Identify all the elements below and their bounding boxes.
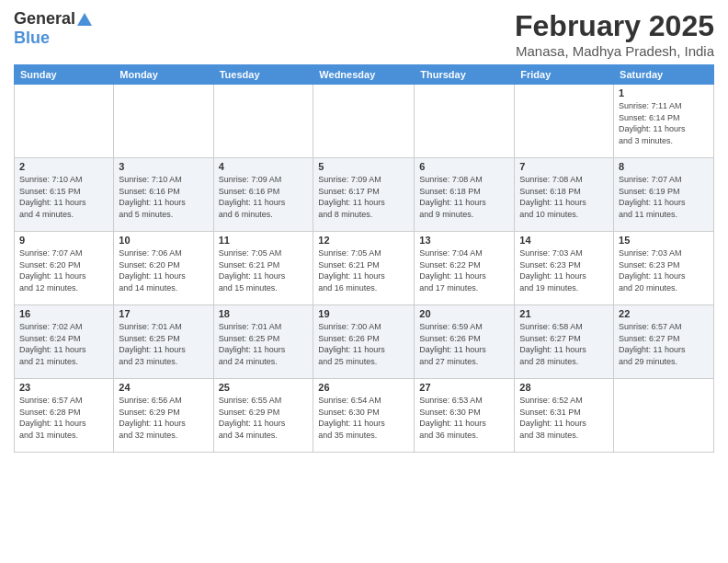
- day-of-week-header: Thursday: [415, 65, 515, 85]
- calendar-day-cell: 10Sunrise: 7:06 AM Sunset: 6:20 PM Dayli…: [114, 232, 213, 305]
- logo-triangle-icon: [77, 13, 92, 26]
- day-info: Sunrise: 7:11 AM Sunset: 6:14 PM Dayligh…: [619, 100, 709, 146]
- calendar-day-cell: 26Sunrise: 6:54 AM Sunset: 6:30 PM Dayli…: [313, 379, 415, 453]
- day-info: Sunrise: 6:57 AM Sunset: 6:27 PM Dayligh…: [619, 321, 709, 367]
- day-of-week-header: Sunday: [15, 65, 114, 85]
- calendar-day-cell: 4Sunrise: 7:09 AM Sunset: 6:16 PM Daylig…: [213, 158, 313, 232]
- day-number: 17: [119, 308, 208, 319]
- calendar-day-cell: 27Sunrise: 6:53 AM Sunset: 6:30 PM Dayli…: [415, 379, 515, 453]
- calendar-day-cell: 18Sunrise: 7:01 AM Sunset: 6:25 PM Dayli…: [213, 305, 313, 379]
- day-info: Sunrise: 7:01 AM Sunset: 6:25 PM Dayligh…: [119, 321, 208, 367]
- day-number: 13: [419, 235, 509, 246]
- day-number: 10: [119, 235, 208, 246]
- day-number: 18: [219, 308, 309, 319]
- day-number: 7: [519, 161, 609, 172]
- day-number: 14: [519, 235, 609, 246]
- day-info: Sunrise: 7:00 AM Sunset: 6:26 PM Dayligh…: [318, 321, 409, 367]
- calendar-day-cell: 7Sunrise: 7:08 AM Sunset: 6:18 PM Daylig…: [515, 158, 614, 232]
- day-info: Sunrise: 7:07 AM Sunset: 6:19 PM Dayligh…: [619, 174, 709, 220]
- calendar-day-cell: 28Sunrise: 6:52 AM Sunset: 6:31 PM Dayli…: [515, 379, 614, 453]
- calendar-day-cell: 24Sunrise: 6:56 AM Sunset: 6:29 PM Dayli…: [114, 379, 213, 453]
- calendar-day-cell: 11Sunrise: 7:05 AM Sunset: 6:21 PM Dayli…: [213, 232, 313, 305]
- calendar-day-cell: 21Sunrise: 6:58 AM Sunset: 6:27 PM Dayli…: [515, 305, 614, 379]
- logo: General Blue: [14, 9, 92, 48]
- day-number: 9: [19, 235, 108, 246]
- day-info: Sunrise: 7:03 AM Sunset: 6:23 PM Dayligh…: [619, 247, 709, 293]
- day-of-week-header: Wednesday: [313, 65, 415, 85]
- month-year: February 2025: [515, 9, 714, 43]
- calendar-week-row: 16Sunrise: 7:02 AM Sunset: 6:24 PM Dayli…: [15, 305, 714, 379]
- calendar-day-cell: [415, 85, 515, 158]
- day-info: Sunrise: 7:01 AM Sunset: 6:25 PM Dayligh…: [219, 321, 309, 367]
- day-number: 24: [119, 382, 208, 393]
- day-info: Sunrise: 6:54 AM Sunset: 6:30 PM Dayligh…: [318, 395, 409, 441]
- day-number: 11: [219, 235, 309, 246]
- day-number: 3: [119, 161, 208, 172]
- day-of-week-header: Friday: [515, 65, 614, 85]
- calendar-day-cell: [614, 379, 714, 453]
- calendar-day-cell: 8Sunrise: 7:07 AM Sunset: 6:19 PM Daylig…: [614, 158, 714, 232]
- calendar-day-cell: 1Sunrise: 7:11 AM Sunset: 6:14 PM Daylig…: [614, 85, 714, 158]
- day-number: 1: [619, 87, 709, 98]
- calendar-day-cell: [313, 85, 415, 158]
- day-number: 23: [19, 382, 108, 393]
- day-info: Sunrise: 6:57 AM Sunset: 6:28 PM Dayligh…: [19, 395, 108, 441]
- location: Manasa, Madhya Pradesh, India: [515, 43, 714, 59]
- calendar-day-cell: [114, 85, 213, 158]
- logo-blue-text: Blue: [14, 29, 50, 48]
- calendar-day-cell: 13Sunrise: 7:04 AM Sunset: 6:22 PM Dayli…: [415, 232, 515, 305]
- day-info: Sunrise: 7:06 AM Sunset: 6:20 PM Dayligh…: [119, 247, 208, 293]
- calendar-day-cell: 3Sunrise: 7:10 AM Sunset: 6:16 PM Daylig…: [114, 158, 213, 232]
- day-number: 21: [519, 308, 609, 319]
- day-info: Sunrise: 7:05 AM Sunset: 6:21 PM Dayligh…: [318, 247, 409, 293]
- day-number: 4: [219, 161, 309, 172]
- calendar-day-cell: 6Sunrise: 7:08 AM Sunset: 6:18 PM Daylig…: [415, 158, 515, 232]
- day-info: Sunrise: 6:56 AM Sunset: 6:29 PM Dayligh…: [119, 395, 208, 441]
- calendar-day-cell: 25Sunrise: 6:55 AM Sunset: 6:29 PM Dayli…: [213, 379, 313, 453]
- day-number: 19: [318, 308, 409, 319]
- calendar-week-row: 23Sunrise: 6:57 AM Sunset: 6:28 PM Dayli…: [15, 379, 714, 453]
- day-number: 25: [219, 382, 309, 393]
- day-info: Sunrise: 7:09 AM Sunset: 6:16 PM Dayligh…: [219, 174, 309, 220]
- header: General Blue February 2025 Manasa, Madhy…: [14, 9, 714, 59]
- calendar-day-cell: 9Sunrise: 7:07 AM Sunset: 6:20 PM Daylig…: [15, 232, 114, 305]
- calendar-day-cell: 23Sunrise: 6:57 AM Sunset: 6:28 PM Dayli…: [15, 379, 114, 453]
- calendar-header-row: SundayMondayTuesdayWednesdayThursdayFrid…: [15, 65, 714, 85]
- calendar-day-cell: 12Sunrise: 7:05 AM Sunset: 6:21 PM Dayli…: [313, 232, 415, 305]
- calendar-week-row: 9Sunrise: 7:07 AM Sunset: 6:20 PM Daylig…: [15, 232, 714, 305]
- day-info: Sunrise: 7:03 AM Sunset: 6:23 PM Dayligh…: [519, 247, 609, 293]
- day-number: 12: [318, 235, 409, 246]
- calendar-day-cell: [15, 85, 114, 158]
- calendar-week-row: 2Sunrise: 7:10 AM Sunset: 6:15 PM Daylig…: [15, 158, 714, 232]
- calendar-day-cell: 2Sunrise: 7:10 AM Sunset: 6:15 PM Daylig…: [15, 158, 114, 232]
- day-info: Sunrise: 6:55 AM Sunset: 6:29 PM Dayligh…: [219, 395, 309, 441]
- calendar-day-cell: 5Sunrise: 7:09 AM Sunset: 6:17 PM Daylig…: [313, 158, 415, 232]
- day-number: 27: [419, 382, 509, 393]
- day-info: Sunrise: 7:05 AM Sunset: 6:21 PM Dayligh…: [219, 247, 309, 293]
- day-info: Sunrise: 7:07 AM Sunset: 6:20 PM Dayligh…: [19, 247, 108, 293]
- title-block: February 2025 Manasa, Madhya Pradesh, In…: [515, 9, 714, 59]
- day-info: Sunrise: 6:59 AM Sunset: 6:26 PM Dayligh…: [419, 321, 509, 367]
- calendar-day-cell: 14Sunrise: 7:03 AM Sunset: 6:23 PM Dayli…: [515, 232, 614, 305]
- day-info: Sunrise: 7:08 AM Sunset: 6:18 PM Dayligh…: [419, 174, 509, 220]
- calendar-day-cell: [515, 85, 614, 158]
- calendar-week-row: 1Sunrise: 7:11 AM Sunset: 6:14 PM Daylig…: [15, 85, 714, 158]
- day-number: 5: [318, 161, 409, 172]
- day-number: 16: [19, 308, 108, 319]
- day-number: 6: [419, 161, 509, 172]
- day-info: Sunrise: 6:53 AM Sunset: 6:30 PM Dayligh…: [419, 395, 509, 441]
- day-number: 8: [619, 161, 709, 172]
- calendar-day-cell: 20Sunrise: 6:59 AM Sunset: 6:26 PM Dayli…: [415, 305, 515, 379]
- day-info: Sunrise: 7:04 AM Sunset: 6:22 PM Dayligh…: [419, 247, 509, 293]
- day-info: Sunrise: 6:58 AM Sunset: 6:27 PM Dayligh…: [519, 321, 609, 367]
- day-info: Sunrise: 7:02 AM Sunset: 6:24 PM Dayligh…: [19, 321, 108, 367]
- day-number: 28: [519, 382, 609, 393]
- day-number: 15: [619, 235, 709, 246]
- day-of-week-header: Tuesday: [213, 65, 313, 85]
- day-info: Sunrise: 7:09 AM Sunset: 6:17 PM Dayligh…: [318, 174, 409, 220]
- day-info: Sunrise: 7:08 AM Sunset: 6:18 PM Dayligh…: [519, 174, 609, 220]
- calendar-day-cell: 16Sunrise: 7:02 AM Sunset: 6:24 PM Dayli…: [15, 305, 114, 379]
- day-number: 2: [19, 161, 108, 172]
- calendar-day-cell: 22Sunrise: 6:57 AM Sunset: 6:27 PM Dayli…: [614, 305, 714, 379]
- day-number: 20: [419, 308, 509, 319]
